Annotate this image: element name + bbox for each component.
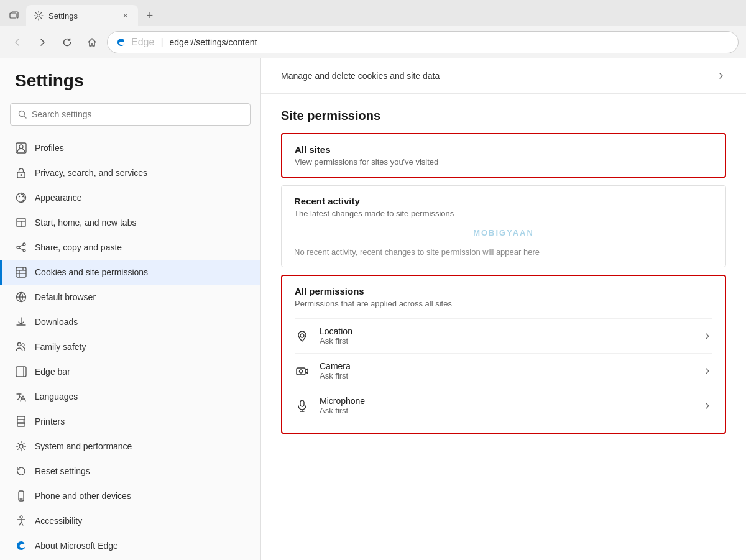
- location-chevron-icon: [702, 331, 712, 341]
- reset-icon: [15, 465, 27, 477]
- svg-point-26: [18, 343, 21, 346]
- sidebar-label-share-copy: Share, copy and paste: [35, 242, 122, 252]
- all-permissions-title: All permissions: [295, 286, 712, 296]
- new-tab-button[interactable]: +: [140, 6, 159, 25]
- address-bar[interactable]: Edge | edge://settings/content: [107, 31, 739, 53]
- about-edge-icon: [15, 539, 27, 552]
- recent-activity-empty-text: No recent activity, recent changes to si…: [282, 242, 725, 267]
- all-permissions-card: All permissions Permissions that are app…: [281, 275, 726, 434]
- svg-rect-30: [17, 416, 25, 420]
- location-name: Location: [320, 326, 352, 336]
- all-sites-subtitle: View permissions for sites you've visite…: [295, 157, 712, 167]
- camera-icon: [295, 364, 310, 379]
- svg-point-15: [17, 246, 19, 249]
- manage-cookies-item[interactable]: Manage and delete cookies and site data: [261, 58, 746, 94]
- sidebar-item-system[interactable]: System and performance: [0, 434, 260, 459]
- svg-point-32: [23, 421, 24, 422]
- tab-title: Settings: [48, 11, 114, 21]
- svg-point-33: [19, 444, 23, 448]
- sidebar-label-appearance: Appearance: [35, 193, 82, 203]
- address-pipe: |: [160, 37, 163, 48]
- svg-rect-40: [300, 400, 304, 406]
- sidebar-label-start-home: Start, home, and new tabs: [35, 218, 136, 227]
- recent-activity-title: Recent activity: [294, 196, 713, 206]
- svg-point-39: [300, 370, 303, 373]
- sidebar-label-privacy: Privacy, search, and services: [35, 168, 147, 178]
- sidebar-item-privacy[interactable]: Privacy, search, and services: [0, 160, 260, 185]
- svg-point-5: [19, 145, 23, 149]
- search-box[interactable]: [10, 103, 251, 126]
- sidebar-item-accessibility[interactable]: Accessibility: [0, 508, 260, 533]
- svg-rect-28: [16, 367, 26, 377]
- back-button[interactable]: [7, 32, 27, 52]
- sidebar-label-accessibility: Accessibility: [35, 516, 82, 526]
- sidebar-item-about[interactable]: About Microsoft Edge: [0, 533, 260, 558]
- accessibility-icon: [15, 515, 27, 527]
- window-control[interactable]: [5, 6, 24, 25]
- profiles-icon: [15, 142, 27, 154]
- sidebar-item-cookies[interactable]: Cookies and site permissions: [0, 260, 260, 285]
- svg-point-7: [21, 174, 22, 176]
- svg-point-37: [300, 334, 304, 337]
- svg-line-17: [19, 245, 23, 247]
- sidebar-item-start-home[interactable]: Start, home, and new tabs: [0, 210, 260, 235]
- svg-point-14: [23, 243, 25, 246]
- svg-point-1: [37, 14, 40, 17]
- tab-close-button[interactable]: ✕: [119, 10, 131, 21]
- edge-bar-icon: [15, 365, 27, 378]
- system-icon: [15, 440, 27, 452]
- address-divider: Edge: [131, 37, 154, 48]
- camera-name: Camera: [320, 361, 351, 371]
- sidebar-label-system: System and performance: [35, 441, 132, 451]
- sidebar-label-profiles: Profiles: [35, 143, 64, 153]
- sidebar-item-default-browser[interactable]: Default browser: [0, 285, 260, 310]
- navigation-bar: Edge | edge://settings/content: [0, 26, 746, 58]
- sidebar-label-about: About Microsoft Edge: [35, 541, 118, 551]
- sidebar-item-printers[interactable]: Printers: [0, 409, 260, 434]
- sidebar-label-printers: Printers: [35, 416, 65, 426]
- all-permissions-section: All permissions Permissions that are app…: [261, 275, 746, 434]
- all-sites-card[interactable]: All sites View permissions for sites you…: [281, 133, 726, 178]
- sidebar-item-edge-bar[interactable]: Edge bar: [0, 359, 260, 384]
- sidebar-item-languages[interactable]: Languages: [0, 384, 260, 409]
- svg-rect-38: [297, 368, 305, 375]
- permission-camera[interactable]: Camera Ask first: [295, 353, 712, 388]
- refresh-button[interactable]: [57, 32, 77, 52]
- svg-rect-19: [16, 267, 26, 277]
- svg-point-16: [23, 249, 25, 252]
- microphone-chevron-icon: [702, 401, 712, 411]
- sidebar-title: Settings: [0, 71, 260, 103]
- sidebar-item-family[interactable]: Family safety: [0, 334, 260, 359]
- recent-activity-card: Recent activity The latest changes made …: [281, 185, 726, 267]
- svg-point-10: [22, 196, 24, 197]
- svg-point-36: [20, 516, 22, 518]
- search-icon: [18, 110, 27, 119]
- tab-bar: Settings ✕ +: [0, 0, 746, 26]
- sidebar-item-downloads[interactable]: Downloads: [0, 310, 260, 334]
- sidebar-item-appearance[interactable]: Appearance: [0, 185, 260, 210]
- search-input[interactable]: [32, 109, 242, 119]
- default-browser-icon: [15, 291, 27, 303]
- sidebar-label-default-browser: Default browser: [35, 292, 96, 302]
- settings-tab[interactable]: Settings ✕: [26, 5, 138, 26]
- forward-button[interactable]: [32, 32, 52, 52]
- manage-cookies-text: Manage and delete cookies and site data: [281, 71, 440, 81]
- sidebar-label-cookies: Cookies and site permissions: [35, 267, 148, 277]
- all-permissions-subtitle: Permissions that are applied across all …: [295, 299, 712, 308]
- permission-location[interactable]: Location Ask first: [295, 318, 712, 353]
- microphone-icon: [295, 398, 310, 413]
- share-icon: [15, 241, 27, 254]
- content-area: Manage and delete cookies and site data …: [261, 58, 746, 560]
- permission-microphone[interactable]: Microphone Ask first: [295, 388, 712, 423]
- sidebar-item-phone[interactable]: Phone and other devices: [0, 484, 260, 508]
- sidebar-item-share-copy[interactable]: Share, copy and paste: [0, 235, 260, 260]
- microphone-status: Ask first: [320, 406, 365, 415]
- phone-icon: [15, 490, 27, 502]
- main-layout: Settings Profiles: [0, 58, 746, 560]
- recent-activity-subtitle: The latest changes made to site permissi…: [294, 209, 713, 218]
- sidebar-label-reset: Reset settings: [35, 466, 90, 476]
- sidebar-label-downloads: Downloads: [35, 317, 78, 327]
- sidebar-item-profiles[interactable]: Profiles: [0, 135, 260, 160]
- home-button[interactable]: [82, 32, 102, 52]
- sidebar-item-reset[interactable]: Reset settings: [0, 459, 260, 484]
